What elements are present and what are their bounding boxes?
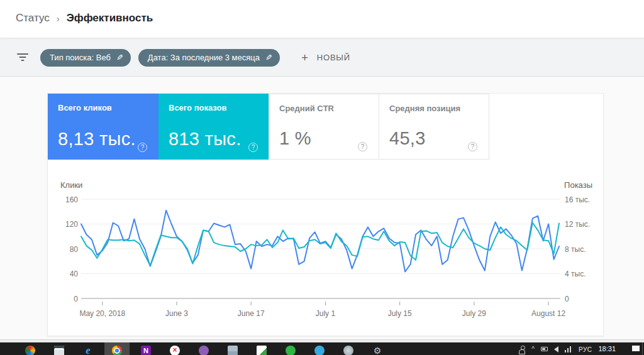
chip-label: Тип поиска: Веб xyxy=(50,53,111,62)
taskbar-app-calculator[interactable] xyxy=(47,342,72,355)
mail-red-icon: × xyxy=(170,346,180,355)
y-tick-label-right: 16 тыс. xyxy=(565,195,590,204)
battery-icon[interactable] xyxy=(541,347,548,351)
taskbar-app-mail-red[interactable]: × xyxy=(162,342,187,355)
clock[interactable]: 18:31 xyxy=(598,345,616,352)
edit-pencil-icon: ✎ xyxy=(116,53,123,62)
page-title: Эффективность xyxy=(67,12,153,25)
screen: Статус › Эффективность Тип поиска: Веб ✎… xyxy=(0,0,644,355)
taskbar-app-pinwheel[interactable] xyxy=(18,342,43,355)
taskbar-app-chrome[interactable] xyxy=(104,342,130,355)
chrome-icon xyxy=(112,346,122,355)
y-tick-label-right: 8 тыс. xyxy=(565,245,586,254)
calculator-icon xyxy=(54,346,64,355)
tile-label: Всего показов xyxy=(169,103,259,112)
language-indicator[interactable]: РУС xyxy=(579,346,592,353)
left-axis-title: Клики xyxy=(60,180,82,190)
help-icon[interactable]: ? xyxy=(468,142,477,151)
taskbar-app-whatsapp[interactable] xyxy=(278,342,303,355)
breadcrumb-status-link[interactable]: Статус xyxy=(16,12,50,25)
help-icon[interactable]: ? xyxy=(138,143,147,152)
y-tick-label-left: 160 xyxy=(65,195,78,204)
taskbar-app-viber[interactable] xyxy=(191,342,216,355)
viber-icon xyxy=(199,346,209,355)
tile-average-ctr[interactable]: Средний CTR 1 % ? xyxy=(269,94,379,160)
taskbar-app-telegram[interactable] xyxy=(307,342,332,355)
settings-gear-icon: ⚙ xyxy=(372,346,382,355)
x-tick-label: July 15 xyxy=(388,309,412,318)
internet-explorer-icon: e xyxy=(83,346,93,355)
y-tick-label-right: 4 тыс. xyxy=(565,270,586,278)
help-icon[interactable]: ? xyxy=(358,142,367,151)
filter-list-icon[interactable] xyxy=(16,53,29,62)
tile-total-clicks[interactable]: Всего кликов 8,13 тыс. ? xyxy=(48,94,158,160)
date-range-filter-chip[interactable]: Дата: За последние 3 месяца ✎ xyxy=(138,49,280,67)
help-icon[interactable]: ? xyxy=(248,143,258,152)
tile-value: 1 % xyxy=(279,128,311,149)
pinwheel-icon xyxy=(25,346,35,355)
performance-card: Всего кликов 8,13 тыс. ? Всего показов 8… xyxy=(47,93,604,336)
onenote-icon: N xyxy=(141,346,151,355)
tile-label: Средний CTR xyxy=(279,104,369,113)
right-axis-title: Показы xyxy=(564,180,592,190)
user-icon[interactable] xyxy=(519,346,525,353)
y-tick-label-left: 40 xyxy=(70,270,79,278)
tile-label: Средняя позиция xyxy=(389,104,479,113)
edit-pencil-icon: ✎ xyxy=(265,53,272,62)
file-explorer-icon xyxy=(228,346,238,355)
tile-total-impressions[interactable]: Всего показов 813 тыс. ? xyxy=(158,94,269,160)
taskbar-app-archive[interactable] xyxy=(336,342,361,355)
x-tick-label: June 17 xyxy=(238,309,265,318)
libreoffice-icon xyxy=(257,346,267,355)
taskbar-app-settings-gear[interactable]: ⚙ xyxy=(365,342,390,355)
filter-bar: Тип поиска: Веб ✎ Дата: За последние 3 м… xyxy=(0,39,644,77)
telegram-icon xyxy=(314,346,325,355)
system-tray: ^ РУС 18:31 xyxy=(519,342,644,355)
taskbar-app-onenote[interactable]: N xyxy=(133,342,158,355)
series-line-Клики[interactable] xyxy=(81,210,559,272)
archive-icon xyxy=(343,346,353,355)
metric-tiles-row: Всего кликов 8,13 тыс. ? Всего показов 8… xyxy=(48,94,603,160)
chevron-right-icon: › xyxy=(57,13,60,24)
y-tick-label-right: 0 xyxy=(565,295,569,303)
chip-label: Дата: За последние 3 месяца xyxy=(148,53,260,62)
breadcrumb: Статус › Эффективность xyxy=(16,12,153,25)
y-tick-label-left: 120 xyxy=(65,220,78,229)
app-header: Статус › Эффективность xyxy=(0,0,644,38)
network-icon[interactable] xyxy=(565,346,572,352)
performance-chart[interactable]: КликиПоказы00404 тыс.808 тыс.12012 тыс.1… xyxy=(48,174,604,325)
content: Всего кликов 8,13 тыс. ? Всего показов 8… xyxy=(0,77,644,339)
tile-label: Всего кликов xyxy=(58,103,148,112)
y-tick-label-right: 12 тыс. xyxy=(565,220,590,229)
new-filter-label: НОВЫЙ xyxy=(317,53,350,62)
tile-value: 45,3 xyxy=(389,128,426,149)
hidden-icons-chevron-icon[interactable]: ^ xyxy=(531,346,535,352)
tile-value: 8,13 тыс. xyxy=(58,129,136,150)
tile-average-position[interactable]: Средняя позиция 45,3 ? xyxy=(379,94,489,160)
x-tick-label: July 1 xyxy=(316,309,336,318)
search-type-filter-chip[interactable]: Тип поиска: Веб ✎ xyxy=(40,49,131,67)
y-tick-label-left: 0 xyxy=(74,295,78,303)
series-line-Показы[interactable] xyxy=(81,223,559,266)
plus-icon: + xyxy=(301,51,309,65)
tile-value: 813 тыс. xyxy=(169,129,242,150)
volume-icon[interactable] xyxy=(554,346,558,352)
taskbar: eN×⚙ ^ РУС 18:31 xyxy=(0,342,644,355)
y-tick-label-left: 80 xyxy=(70,245,79,254)
x-tick-label: August 12 xyxy=(531,309,565,318)
x-tick-label: June 3 xyxy=(165,309,188,318)
whatsapp-icon xyxy=(286,346,296,355)
new-filter-button[interactable]: + НОВЫЙ xyxy=(301,51,350,65)
x-tick-label: May 20, 2018 xyxy=(79,309,125,318)
taskbar-app-libreoffice[interactable] xyxy=(249,342,274,355)
taskbar-app-file-explorer[interactable] xyxy=(220,342,245,355)
taskbar-app-internet-explorer[interactable]: e xyxy=(75,342,101,355)
x-tick-label: July 29 xyxy=(462,309,486,318)
action-center-icon[interactable] xyxy=(632,346,640,351)
